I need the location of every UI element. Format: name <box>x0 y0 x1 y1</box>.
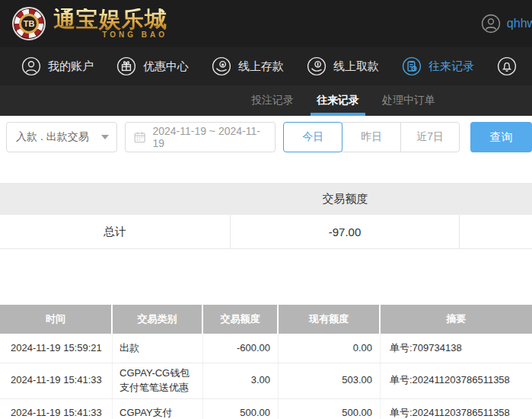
cell-balance: 503.00 <box>279 363 381 398</box>
cell-type: 出款 <box>113 334 203 363</box>
query-button[interactable]: 查询 <box>470 122 532 152</box>
calendar-icon <box>133 130 146 144</box>
cell-summary: 单号:709734138 <box>381 334 532 363</box>
logo-subtitle: TONG BAO <box>53 31 167 39</box>
nav-label: 线上存款 <box>238 59 284 74</box>
cell-summary: 单号:202411203786511358 <box>381 363 532 398</box>
avatar-icon <box>481 14 501 34</box>
cell-time: 2024-11-19 15:41:33 <box>0 399 113 419</box>
cell-amount: 3.00 <box>203 363 279 398</box>
cell-type: CGPAY-CG钱包支付笔笔送优惠 <box>113 363 203 398</box>
tab-betting-records[interactable]: 投注记录 <box>251 85 294 116</box>
summary-header-row: 交易额度 <box>0 183 532 215</box>
filter-bar: 入款 . 出款交易 2024-11-19 ~ 2024-11-19 今日 昨日 … <box>0 116 532 183</box>
withdraw-icon <box>307 56 327 76</box>
cell-balance: 0.00 <box>279 334 381 363</box>
table-row: 2024-11-19 15:41:33 CGPAY支付 500.00 500.0… <box>0 399 532 419</box>
transaction-type-select[interactable]: 入款 . 出款交易 <box>6 122 117 152</box>
table-header-row: 时间 交易类别 交易额度 现有额度 摘要 <box>0 305 532 334</box>
logo-chip-label: TB <box>19 14 39 34</box>
main-navigation: 我的账户 优惠中心 线上存款 线上取款 <box>0 47 532 85</box>
col-header-amount: 交易额度 <box>203 305 279 334</box>
nav-item-withdraw[interactable]: 线上取款 <box>307 56 379 76</box>
nav-item-deposit[interactable]: 线上存款 <box>212 56 284 76</box>
user-icon <box>21 56 41 76</box>
logo-title: 通宝娱乐城 <box>53 8 167 30</box>
logo-chip-icon: TB <box>12 7 46 40</box>
chevron-down-icon <box>101 135 109 139</box>
summary-total-value: -97.00 <box>231 215 460 248</box>
summary-total-row: 总计 -97.00 <box>0 215 532 249</box>
selected-type: 入款 . 出款交易 <box>16 130 89 144</box>
nav-item-announcements[interactable] <box>497 56 517 76</box>
date-range-input[interactable]: 2024-11-19 ~ 2024-11-19 <box>125 122 276 152</box>
nav-item-promotions[interactable]: 优惠中心 <box>116 56 189 76</box>
yesterday-button[interactable]: 昨日 <box>342 122 401 152</box>
cell-summary: 单号:202411203786511358 <box>381 399 532 419</box>
col-header-balance: 现有额度 <box>279 305 381 334</box>
tab-transaction-records[interactable]: 往来记录 <box>317 85 359 116</box>
nav-label: 线上取款 <box>333 59 379 74</box>
bell-icon <box>497 56 517 76</box>
cell-amount: -600.00 <box>203 334 279 363</box>
nav-item-my-account[interactable]: 我的账户 <box>21 56 94 76</box>
top-header: TB 通宝娱乐城 TONG BAO qhhw2 <box>0 0 532 47</box>
col-header-time: 时间 <box>0 305 113 334</box>
col-header-summary: 摘要 <box>381 305 532 334</box>
table-row: 2024-11-19 15:59:21 出款 -600.00 0.00 单号:7… <box>0 334 532 363</box>
record-tabs: 投注记录 往来记录 处理中订单 <box>0 85 532 116</box>
nav-label: 往来记录 <box>428 59 474 74</box>
deposit-icon <box>212 56 231 76</box>
last7days-button[interactable]: 近7日 <box>400 122 460 152</box>
col-header-type: 交易类别 <box>113 305 203 334</box>
nav-label: 我的账户 <box>48 59 94 74</box>
username: qhhw2 <box>507 17 532 30</box>
gift-icon <box>116 56 136 76</box>
summary-header-label: 交易额度 <box>231 192 460 206</box>
summary-table: 交易额度 总计 -97.00 <box>0 183 532 249</box>
summary-total-label: 总计 <box>0 215 231 248</box>
cell-balance: 500.00 <box>279 399 381 419</box>
table-row: 2024-11-19 15:41:33 CGPAY-CG钱包支付笔笔送优惠 3.… <box>0 363 532 399</box>
quick-range-group: 今日 昨日 近7日 <box>283 122 460 152</box>
records-icon <box>402 56 422 76</box>
cell-amount: 500.00 <box>203 399 279 419</box>
logo[interactable]: 通宝娱乐城 TONG BAO <box>53 8 167 39</box>
user-account[interactable]: qhhw2 <box>481 0 532 47</box>
nav-label: 优惠中心 <box>143 59 189 74</box>
summary-empty-cell <box>460 215 532 248</box>
cell-time: 2024-11-19 15:59:21 <box>0 334 113 363</box>
tab-pending-orders[interactable]: 处理中订单 <box>382 85 435 116</box>
nav-item-transaction-records[interactable]: 往来记录 <box>402 56 474 76</box>
date-range-value: 2024-11-19 ~ 2024-11-19 <box>152 125 267 149</box>
transactions-table: 时间 交易类别 交易额度 现有额度 摘要 2024-11-19 15:59:21… <box>0 305 532 419</box>
cell-time: 2024-11-19 15:41:33 <box>0 363 113 398</box>
today-button[interactable]: 今日 <box>283 122 342 152</box>
cell-type: CGPAY支付 <box>113 399 203 419</box>
